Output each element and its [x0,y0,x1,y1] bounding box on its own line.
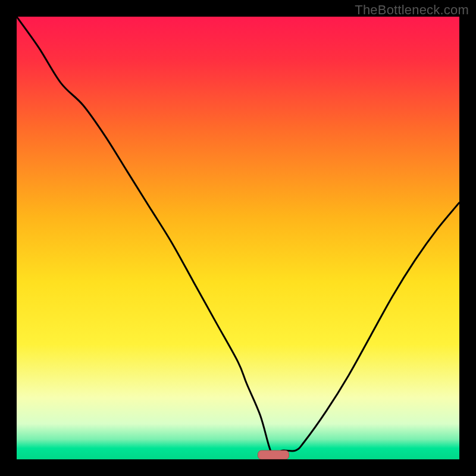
chart-frame: TheBottleneck.com [0,0,476,476]
optimal-marker [258,450,289,459]
plot-area [17,17,459,459]
watermark-text: TheBottleneck.com [355,2,469,18]
plot-svg [17,17,459,459]
gradient-background [17,17,459,459]
